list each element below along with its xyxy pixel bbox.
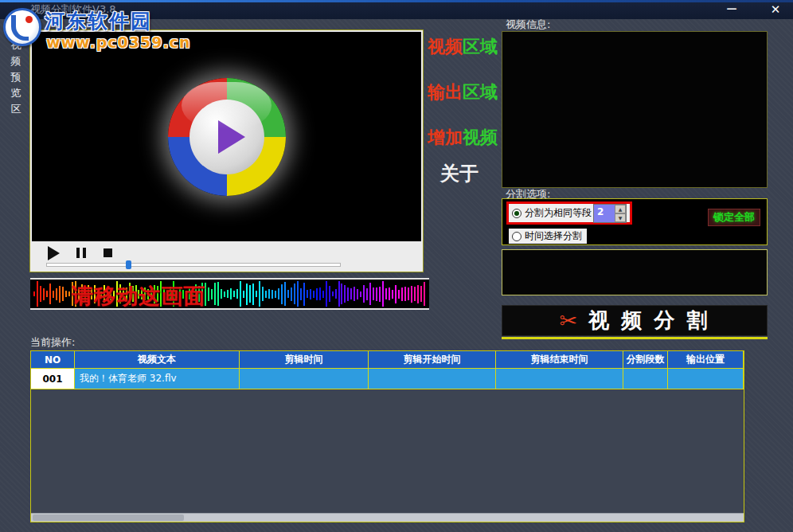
video-info-label: 视频信息: xyxy=(506,18,550,32)
video-display[interactable] xyxy=(32,32,421,241)
vertical-label-char: 览 xyxy=(9,88,23,98)
stop-button[interactable] xyxy=(104,248,112,257)
player-controls xyxy=(32,241,421,270)
operations-table: NO 视频文本 剪辑时间 剪辑开始时间 剪辑结束时间 分割段数 输出位置 001… xyxy=(30,350,744,522)
equal-split-radio[interactable] xyxy=(512,209,522,218)
table-empty-area xyxy=(31,389,744,513)
vertical-label-char: 视 xyxy=(9,40,23,50)
equal-split-option-inner: 分割为相同等段 2 ▲ ▼ xyxy=(509,204,630,222)
menu-output-area[interactable]: 输出区域 xyxy=(428,80,498,104)
panel-underline xyxy=(502,337,768,339)
cell-video-text: 我的！体育老师 32.flv xyxy=(75,369,240,389)
titlebar: 视频分割软件V3.8 — ✕ xyxy=(0,0,793,19)
media-player-logo-icon xyxy=(168,78,286,196)
horizontal-scrollbar[interactable] xyxy=(31,513,744,522)
vertical-label-char: 区 xyxy=(9,104,23,114)
cell-output-location xyxy=(668,369,744,389)
vertical-label-char: 频 xyxy=(9,56,23,66)
segment-count-spinner[interactable]: 2 ▲ ▼ xyxy=(593,204,627,223)
menu-label-part: 关于 xyxy=(440,162,479,185)
col-header-segment-count: 分割段数 xyxy=(623,351,668,369)
video-split-label: 视 频 分 割 xyxy=(588,307,709,334)
col-header-output-location: 输出位置 xyxy=(668,351,744,369)
col-header-clip-end: 剪辑结束时间 xyxy=(496,351,623,369)
menu-about[interactable]: 关于 xyxy=(440,161,479,186)
window-title: 视频分割软件V3.8 xyxy=(30,0,116,19)
menu-label-part: 增加 xyxy=(428,127,463,147)
media-player-logo-inner xyxy=(189,100,264,174)
secondary-info-box xyxy=(502,249,768,295)
menu-label-part: 区域 xyxy=(463,37,498,57)
play-triangle-icon xyxy=(218,120,245,154)
lock-all-button[interactable]: 锁定全部 xyxy=(708,209,760,226)
current-operation-label: 当前操作: xyxy=(30,335,75,350)
scissors-icon: ✂ xyxy=(560,310,578,331)
spinner-down-button[interactable]: ▼ xyxy=(615,213,626,222)
table-row[interactable]: 001 我的！体育老师 32.flv xyxy=(31,369,744,389)
table-header-row: NO 视频文本 剪辑时间 剪辑开始时间 剪辑结束时间 分割段数 输出位置 xyxy=(31,351,744,369)
cell-segment-count xyxy=(623,369,668,389)
spinner-up-button[interactable]: ▲ xyxy=(615,205,626,213)
menu-label-part: 视频 xyxy=(463,127,498,147)
menu-add-video[interactable]: 增加视频 xyxy=(428,126,498,150)
window-top-edge xyxy=(0,0,793,2)
col-header-no: NO xyxy=(31,351,75,369)
col-header-video-text: 视频文本 xyxy=(75,351,240,369)
menu-label-part: 视频 xyxy=(428,37,463,57)
video-info-box xyxy=(502,31,768,188)
segment-count-value[interactable]: 2 xyxy=(594,205,615,222)
waveform-overlay-text: 请移动这画面 xyxy=(72,282,205,311)
video-split-button[interactable]: ✂ 视 频 分 割 xyxy=(502,305,768,336)
seek-thumb[interactable] xyxy=(126,260,131,269)
menu-video-area[interactable]: 视频区域 xyxy=(428,35,498,59)
cell-clip-start xyxy=(369,369,496,389)
minimize-button[interactable]: — xyxy=(723,0,740,18)
pause-button[interactable] xyxy=(76,248,86,258)
cell-no: 001 xyxy=(31,369,75,389)
menu-label-part: 输出 xyxy=(428,82,463,102)
scrollbar-thumb[interactable] xyxy=(33,514,184,521)
col-header-clip-time: 剪辑时间 xyxy=(240,351,369,369)
menu-label-part: 区域 xyxy=(463,82,498,102)
audio-waveform: 请移动这画面 xyxy=(30,278,429,310)
app-window: 视频分割软件V3.8 — ✕ 视 频 预 览 区 河东软件园 www.pc035… xyxy=(0,0,793,532)
time-split-label: 时间选择分割 xyxy=(525,229,582,243)
time-split-option[interactable]: 时间选择分割 xyxy=(509,229,587,244)
video-player xyxy=(30,30,423,272)
close-button[interactable]: ✕ xyxy=(766,0,785,19)
cell-clip-time xyxy=(240,369,369,389)
col-header-clip-start: 剪辑开始时间 xyxy=(369,351,496,369)
equal-split-option[interactable]: 分割为相同等段 2 ▲ ▼ xyxy=(506,201,632,225)
split-options-box: 分割为相同等段 2 ▲ ▼ 时间选择分割 锁定全部 xyxy=(502,198,768,245)
play-button[interactable] xyxy=(48,246,60,260)
cell-clip-end xyxy=(496,369,623,389)
time-split-radio[interactable] xyxy=(512,232,522,241)
seek-bar[interactable] xyxy=(46,263,341,267)
vertical-label-char: 预 xyxy=(9,72,23,82)
equal-split-label: 分割为相同等段 xyxy=(525,206,592,220)
video-preview-vertical-label: 视 频 预 览 区 xyxy=(9,40,23,114)
spinner-buttons: ▲ ▼ xyxy=(615,205,626,222)
